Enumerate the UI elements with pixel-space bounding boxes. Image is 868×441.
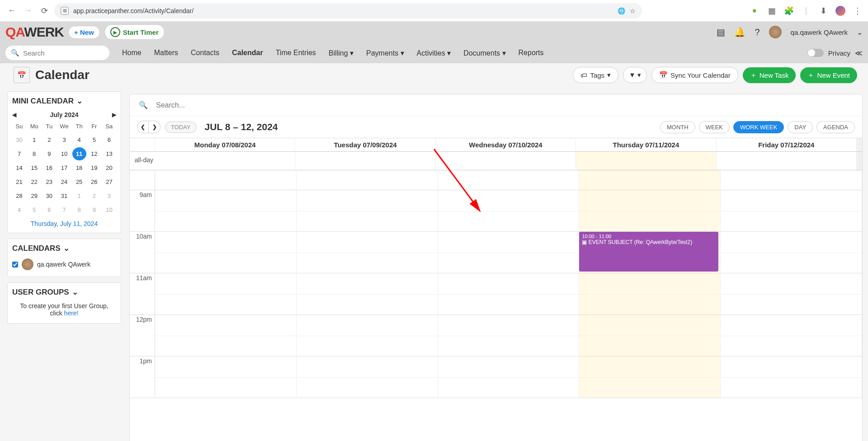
privacy-toggle[interactable] (807, 49, 824, 57)
mini-cal-day[interactable]: 30 (12, 133, 26, 146)
nav-item-documents-[interactable]: Documents ▾ (463, 49, 505, 57)
time-cell[interactable] (297, 315, 438, 356)
mini-cal-day[interactable]: 7 (57, 203, 71, 216)
sync-calendar-button[interactable]: 📅 Sync Your Calendar (651, 67, 738, 83)
cal-next-button[interactable]: ❯ (149, 121, 160, 133)
notifications-bell-icon[interactable]: 🔔 (734, 27, 745, 38)
extension-icon[interactable]: ▦ (767, 6, 777, 16)
filter-button[interactable]: ▼ ▾ (623, 67, 647, 83)
mini-cal-day[interactable]: 13 (102, 147, 116, 160)
tags-dropdown-button[interactable]: 🏷 Tags ▾ (573, 67, 618, 83)
time-grid[interactable]: 9am10am10:00 - 11:00▣ EVENT SUBJECT (Re:… (130, 170, 862, 441)
help-icon[interactable]: ? (755, 27, 760, 38)
user-avatar[interactable] (769, 26, 782, 38)
download-icon[interactable]: ⬇ (818, 6, 828, 16)
time-cell[interactable] (721, 273, 862, 314)
mini-cal-day[interactable]: 10 (57, 147, 71, 160)
mini-cal-day[interactable]: 4 (72, 133, 86, 146)
view-btn-month[interactable]: MONTH (660, 121, 695, 133)
mini-cal-day[interactable]: 19 (87, 161, 101, 174)
time-cell[interactable] (579, 190, 721, 231)
mini-cal-day[interactable]: 27 (102, 175, 116, 188)
view-btn-agenda[interactable]: AGENDA (816, 121, 855, 133)
mini-cal-day[interactable]: 18 (72, 161, 86, 174)
time-cell[interactable] (721, 232, 862, 273)
calendar-event[interactable]: 10:00 - 11:00▣ EVENT SUBJECT (Re: QAwerk… (579, 232, 718, 272)
nav-item-reports[interactable]: Reports (519, 49, 544, 57)
user-groups-title[interactable]: USER GROUPS ⌄ (12, 287, 116, 297)
collapse-icon[interactable]: ≪ (855, 49, 863, 57)
new-button[interactable]: + New (68, 26, 100, 39)
mini-cal-day[interactable]: 12 (87, 147, 101, 160)
nav-item-home[interactable]: Home (122, 49, 142, 57)
mini-cal-day[interactable]: 20 (102, 161, 116, 174)
cal-prev-button[interactable]: ❮ (137, 121, 149, 133)
nav-item-payments-[interactable]: Payments ▾ (366, 49, 404, 57)
time-cell[interactable] (155, 170, 297, 190)
mini-cal-day[interactable]: 25 (72, 175, 86, 188)
start-timer-button[interactable]: Start Timer (104, 24, 165, 40)
view-btn-work-week[interactable]: WORK WEEK (733, 121, 784, 133)
time-cell[interactable] (155, 190, 297, 231)
time-cell[interactable] (579, 273, 721, 314)
allday-cell[interactable] (155, 152, 295, 170)
mini-cal-day[interactable]: 3 (57, 133, 71, 146)
mini-cal-day[interactable]: 6 (102, 133, 116, 146)
time-cell[interactable] (297, 273, 438, 314)
translate-icon[interactable]: 🌐 (618, 7, 625, 14)
mini-cal-day[interactable]: 26 (87, 175, 101, 188)
time-cell[interactable] (155, 357, 297, 398)
mini-cal-day[interactable]: 5 (87, 133, 101, 146)
nav-item-calendar[interactable]: Calendar (232, 49, 263, 57)
mini-cal-prev[interactable]: ◀ (12, 112, 16, 118)
new-event-button[interactable]: ＋New Event (800, 67, 857, 83)
mini-cal-day[interactable]: 2 (87, 189, 101, 202)
mini-cal-day[interactable]: 1 (72, 189, 86, 202)
extensions-puzzle-icon[interactable]: 🧩 (784, 6, 794, 16)
time-cell[interactable] (155, 315, 297, 356)
time-cell[interactable] (721, 190, 862, 231)
browser-reload-button[interactable]: ⟳ (38, 5, 51, 17)
chat-icon[interactable]: ▤ (717, 27, 725, 38)
time-cell[interactable] (438, 315, 580, 356)
view-btn-week[interactable]: WEEK (699, 121, 730, 133)
time-cell[interactable] (721, 357, 862, 398)
calendar-user-row[interactable]: qa.qawerk QAwerk (12, 257, 116, 272)
mini-cal-day[interactable]: 28 (12, 189, 26, 202)
today-button[interactable]: TODAY (165, 122, 197, 133)
mini-cal-next[interactable]: ▶ (112, 112, 116, 118)
time-cell[interactable] (438, 357, 580, 398)
mini-cal-day[interactable]: 30 (42, 189, 56, 202)
view-btn-day[interactable]: DAY (788, 121, 813, 133)
bookmark-star-icon[interactable]: ☆ (630, 7, 636, 14)
nav-item-contacts[interactable]: Contacts (191, 49, 219, 57)
mini-cal-day[interactable]: 23 (42, 175, 56, 188)
mini-cal-day[interactable]: 6 (42, 203, 56, 216)
user-name-label[interactable]: qa.qawerk QAwerk (791, 28, 848, 36)
mini-cal-day[interactable]: 8 (72, 203, 86, 216)
mini-cal-day[interactable]: 17 (57, 161, 71, 174)
time-cell[interactable] (438, 190, 580, 231)
mini-cal-day[interactable]: 3 (102, 189, 116, 202)
extension-green-icon[interactable]: ● (750, 6, 760, 16)
nav-item-matters[interactable]: Matters (154, 49, 178, 57)
mini-cal-day[interactable]: 21 (12, 175, 26, 188)
time-cell[interactable] (438, 232, 580, 273)
mini-cal-day[interactable]: 14 (12, 161, 26, 174)
time-cell[interactable] (297, 190, 438, 231)
app-logo[interactable]: QAWERK (5, 24, 64, 40)
time-cell[interactable] (721, 170, 862, 190)
mini-cal-day[interactable]: 5 (27, 203, 41, 216)
mini-cal-day[interactable]: 2 (42, 133, 56, 146)
browser-profile-avatar[interactable] (835, 6, 845, 16)
time-cell[interactable] (155, 273, 297, 314)
site-info-icon[interactable]: ⧉ (61, 7, 69, 15)
time-cell[interactable] (721, 315, 862, 356)
mini-cal-day[interactable]: 22 (27, 175, 41, 188)
user-groups-here-link[interactable]: here! (64, 310, 79, 317)
browser-forward-button[interactable]: → (22, 5, 34, 17)
time-cell[interactable] (155, 232, 297, 273)
mini-cal-day[interactable]: 29 (27, 189, 41, 202)
time-cell[interactable] (297, 232, 438, 273)
time-cell[interactable] (438, 273, 580, 314)
